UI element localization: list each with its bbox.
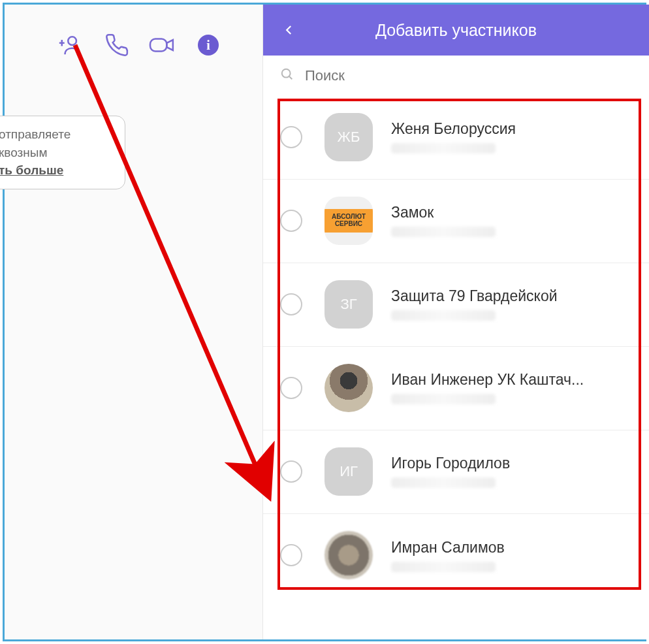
add-contact-icon[interactable] [57, 31, 86, 59]
contact-checkbox[interactable] [280, 544, 302, 566]
avatar: АБСОЛЮТ СЕРВИС [324, 197, 373, 245]
avatar-initials: ЖБ [338, 129, 360, 146]
video-call-icon[interactable] [148, 31, 177, 59]
contact-checkbox[interactable] [280, 460, 302, 483]
panel-title: Добавить участников [298, 21, 632, 40]
chat-pane: i отправляете квозным ть больше [5, 5, 262, 639]
contact-checkbox[interactable] [280, 293, 302, 315]
contact-subtitle [391, 227, 496, 237]
info-button[interactable]: i [194, 31, 223, 59]
svg-point-2 [282, 69, 291, 78]
avatar [324, 364, 373, 412]
search-icon [280, 67, 294, 84]
info-icon: i [198, 35, 219, 56]
contact-subtitle [391, 310, 496, 321]
contact-name: Иван Инженер УК Каштач... [391, 371, 632, 389]
window-frame: i отправляете квозным ть больше Добавить… [3, 3, 646, 641]
encryption-notice: отправляете квозным ть больше [0, 116, 125, 189]
notice-line-2: квозным [0, 146, 47, 159]
svg-line-3 [289, 76, 293, 80]
contact-row[interactable]: ЗГ Защита 79 Гвардейской [263, 263, 649, 347]
contact-name: Защита 79 Гвардейской [391, 287, 632, 305]
contact-row[interactable]: Иван Инженер УК Каштач... [263, 347, 649, 430]
contact-subtitle [391, 477, 496, 488]
avatar: ЗГ [324, 280, 373, 329]
contact-checkbox[interactable] [280, 126, 302, 148]
contact-subtitle [391, 394, 496, 404]
avatar-initials: ИГ [340, 463, 358, 480]
contact-row[interactable]: ИГ Игорь Городилов [263, 430, 649, 514]
notice-learn-more[interactable]: ть больше [0, 163, 63, 177]
chat-toolbar: i [5, 5, 262, 59]
contacts-list: ЖБ Женя Белоруссия АБСОЛЮТ СЕРВИС Замок [263, 96, 649, 598]
contact-name: Имран Салимов [391, 539, 632, 556]
contact-name: Игорь Городилов [391, 455, 632, 472]
svg-point-0 [68, 37, 76, 45]
contact-name: Женя Белоруссия [391, 120, 632, 138]
contact-name: Замок [391, 204, 632, 221]
add-participants-panel: Добавить участников ЖБ Женя Белоруссия [262, 5, 649, 639]
contact-subtitle [391, 562, 496, 572]
avatar-logo-bottom: СЕРВИС [335, 221, 362, 228]
voice-call-icon[interactable] [103, 31, 131, 59]
contact-subtitle [391, 143, 496, 153]
search-input[interactable] [305, 67, 632, 84]
contact-row[interactable]: Имран Салимов [263, 514, 649, 598]
notice-line-1: отправляете [0, 127, 71, 141]
back-button[interactable] [280, 21, 298, 39]
panel-header: Добавить участников [263, 5, 649, 56]
avatar-logo-top: АБСОЛЮТ [332, 214, 366, 221]
contact-row[interactable]: ЖБ Женя Белоруссия [263, 96, 649, 180]
contact-checkbox[interactable] [280, 210, 302, 232]
contact-row[interactable]: АБСОЛЮТ СЕРВИС Замок [263, 180, 649, 263]
contact-checkbox[interactable] [280, 377, 302, 399]
avatar: ИГ [324, 447, 373, 496]
avatar-initials: ЗГ [340, 296, 356, 313]
search-bar[interactable] [263, 56, 649, 96]
avatar [324, 531, 373, 579]
svg-rect-1 [150, 39, 166, 52]
avatar: ЖБ [324, 113, 373, 161]
